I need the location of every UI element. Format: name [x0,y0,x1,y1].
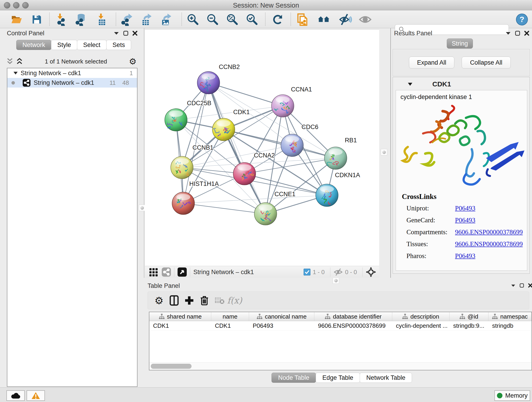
column-header-canonical-name[interactable]: canonical name [249,312,314,321]
table-cell[interactable]: 9606.ENSP00000378699 [314,321,392,330]
table-cell[interactable]: CDK1 [149,321,211,330]
hidden-eye-icon[interactable] [334,268,343,276]
grid-view-icon[interactable] [149,268,158,276]
cloud-button[interactable] [6,390,25,401]
expand-all-button[interactable]: Expand All [409,57,454,69]
column-header-database-identifier[interactable]: database identifier [314,312,392,321]
network-node-CCNE1[interactable] [254,203,277,225]
network-collection-row[interactable]: String Network – cdk1 1 [7,68,137,78]
panel-close-icon[interactable] [133,31,138,36]
import-network-database-icon[interactable] [74,13,88,26]
open-session-icon[interactable] [10,13,23,26]
panel-close-icon[interactable] [524,31,529,36]
panel-float-icon[interactable] [515,31,520,36]
zoom-out-icon[interactable] [206,13,220,26]
collection-expander-icon[interactable] [13,71,18,75]
scrollbar-thumb[interactable] [151,364,191,369]
panel-close-icon[interactable] [528,283,532,288]
network-node-HIST1H1A[interactable] [172,192,195,215]
string-view-icon[interactable] [162,268,171,277]
hide-graphics-details-icon[interactable] [338,13,352,26]
table-options-gear-icon[interactable]: ⚙ [152,294,167,307]
column-header--id[interactable]: @id [450,312,488,321]
selected-checkbox-icon[interactable] [304,269,310,275]
import-table-file-icon[interactable] [95,13,109,26]
network-node-CCNB2[interactable] [197,71,220,94]
column-header-shared-name[interactable]: shared name [149,312,211,321]
export-table-icon[interactable] [139,13,153,26]
network-edge[interactable] [209,83,266,214]
tab-network[interactable]: Network [16,40,51,50]
tab-edge-table[interactable]: Edge Table [316,373,360,383]
network-edge[interactable] [209,83,283,106]
table-row[interactable]: CDK1CDK1P064939606.ENSP00000378699cyclin… [149,321,532,331]
crosslink-link[interactable]: 9606.ENSP00000378699 [455,228,523,236]
warnings-button[interactable] [27,390,45,401]
entry-expander-icon[interactable] [408,83,413,86]
table-cell[interactable]: stringdb:9... [450,321,488,330]
zoom-selected-icon[interactable] [245,13,259,26]
control-panel-divider[interactable] [144,28,144,278]
import-network-file-icon[interactable] [55,13,69,26]
network-node-CCNA1[interactable] [272,95,294,117]
delete-table-icon[interactable] [212,294,227,307]
tab-sets[interactable]: Sets [106,40,131,50]
show-columns-icon[interactable] [167,294,182,307]
birdseye-toggle-icon[interactable] [177,268,187,277]
tab-node-table[interactable]: Node Table [272,373,316,383]
zoom-fit-icon[interactable] [225,13,239,26]
show-graphics-details-icon[interactable] [358,13,372,26]
panel-menu-icon[interactable] [114,32,119,35]
refresh-icon[interactable] [271,13,285,26]
table-cell[interactable]: stringdb [488,321,532,330]
crosslink-link[interactable]: P06493 [455,204,475,212]
crosslink-link[interactable]: P06493 [455,216,475,224]
clone-network-icon[interactable] [296,13,310,26]
memory-button[interactable]: Memory [494,390,530,401]
panel-menu-icon[interactable] [505,32,511,35]
network-node-CCNA2[interactable] [233,162,256,185]
collapse-all-button[interactable]: Collapse All [462,57,511,69]
network-node-CDKN1A[interactable] [316,184,338,206]
expand-all-icon[interactable] [16,58,23,65]
tab-select[interactable]: Select [77,40,107,50]
panel-float-icon[interactable] [123,31,128,36]
collapse-all-icon[interactable] [6,58,13,65]
birdseye-view-icon[interactable] [317,13,331,26]
export-image-icon[interactable] [159,13,173,26]
network-node-RB1[interactable] [324,147,347,169]
panel-float-icon[interactable] [520,283,524,288]
network-node-CDK1[interactable] [212,118,235,141]
control-panel-divider-grip[interactable] [139,205,145,211]
crosslink-link[interactable]: 9606.ENSP00000378699 [455,240,523,248]
add-column-icon[interactable] [182,294,197,307]
fit-selected-crosshair-icon[interactable] [366,267,376,277]
save-session-icon[interactable] [30,13,44,26]
panel-menu-icon[interactable] [511,284,515,287]
help-icon[interactable]: ? [515,13,529,26]
network-options-gear-icon[interactable]: ⚙ [129,57,137,66]
network-node-CDC25B[interactable] [165,109,187,131]
export-network-icon[interactable] [120,13,134,26]
tab-string[interactable]: String [447,38,473,49]
network-edge[interactable] [183,203,266,214]
network-graph[interactable]: CCNB2CCNA1CDC25BCDK1CDC6RB1CCNB1CCNA2CDK… [145,30,379,266]
column-header-name[interactable]: name [211,312,249,321]
zoom-in-icon[interactable] [186,13,200,26]
tab-network-table[interactable]: Network Table [360,373,412,383]
network-node-CDC6[interactable] [281,134,303,157]
network-edge[interactable] [224,129,336,158]
table-cell[interactable]: CDK1 [211,321,249,330]
results-panel-divider-grip[interactable] [381,149,387,155]
network-node-CCNB1[interactable] [171,156,193,179]
network-canvas[interactable]: CCNB2CCNA1CDC25BCDK1CDC6RB1CCNB1CCNA2CDK… [145,29,379,266]
tab-style[interactable]: Style [51,40,77,50]
column-header-description[interactable]: description [392,312,450,321]
delete-column-trash-icon[interactable] [197,294,212,307]
table-horizontal-scrollbar[interactable] [149,362,532,370]
table-cell[interactable]: P06493 [249,321,314,330]
table-cell[interactable]: cyclin-dependent ... [392,321,450,330]
column-header-namespac[interactable]: namespac [488,312,532,321]
crosslink-link[interactable]: P06493 [455,252,475,259]
function-builder-icon[interactable]: f(x) [227,294,242,307]
